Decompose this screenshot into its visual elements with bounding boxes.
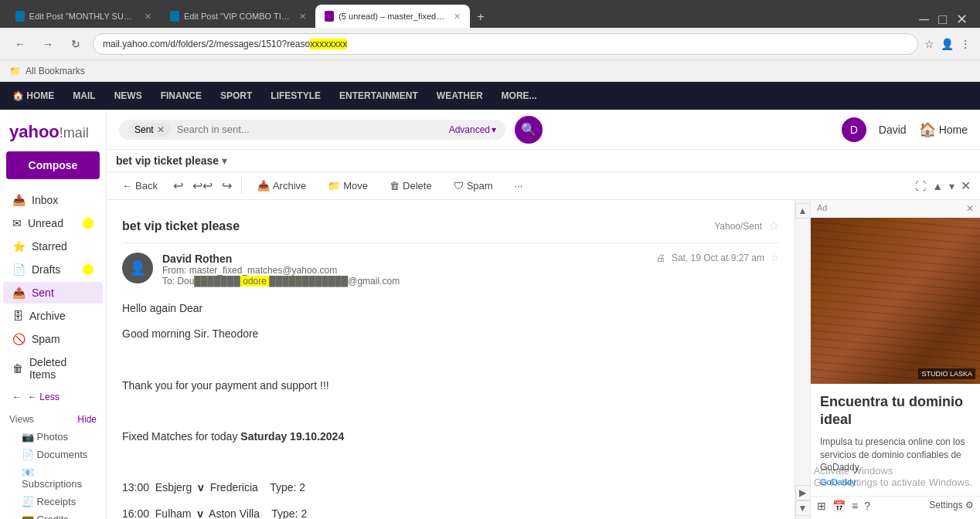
ad-calendar-icon[interactable]: 📅 [832,500,846,512]
sender-to: To: Dou███████ odore ████████████@gmail.… [162,276,647,287]
folder-chevron-icon[interactable]: ▾ [222,154,227,167]
refresh-button[interactable]: ↻ [65,33,87,55]
close-email-icon[interactable]: ✕ [961,178,971,193]
delete-icon: 🗑 [390,180,400,192]
spam-button[interactable]: 🛡 Spam [447,177,499,195]
ad-panel: Ad ✕ STUDIO LASKA Encuentra tu dominio i… [810,200,980,519]
move-button[interactable]: 📁 Move [322,177,374,195]
star-page-icon[interactable]: ☆ [924,38,934,50]
nav-more[interactable]: MORE... [502,90,537,101]
close-window-button[interactable]: ✕ [956,11,968,28]
ad-grid-icon[interactable]: ⊞ [817,500,826,512]
maximize-button[interactable]: □ [938,12,947,28]
reply-icon[interactable]: ↩ [173,178,183,193]
back-button[interactable]: ← [9,33,31,55]
sidebar-item-documents[interactable]: 📄 Documents [0,446,106,463]
spam-label: Spam [32,333,60,345]
print-icon[interactable]: 🖨 [656,253,665,263]
unread-label: Unread [28,217,63,229]
to-prefix: To: Dou [162,276,194,287]
back-button[interactable]: ← Back [116,177,164,195]
search-button[interactable]: 🔍 [515,116,543,144]
sidebar-item-inbox[interactable]: 📥 Inbox [3,189,103,211]
scroll-right-button[interactable]: ▶ [795,485,811,500]
minimize-button[interactable]: ─ [919,12,929,28]
forward-icon[interactable]: ↪ [222,178,232,193]
nav-weather[interactable]: WEATHER [437,90,483,101]
nav-finance[interactable]: FINANCE [161,90,202,101]
sidebar-item-drafts[interactable]: 📄 Drafts [3,259,103,280]
nav-mail[interactable]: MAIL [73,90,95,101]
ad-help-icon[interactable]: ? [864,500,870,512]
settings-link[interactable]: Settings ⚙ [929,500,974,512]
sidebar-item-receipts[interactable]: 🧾 Receipts [0,493,106,511]
sent-label: Sent [32,287,54,299]
sidebar-item-archive[interactable]: 🗄 Archive [3,305,103,327]
search-input[interactable] [177,124,443,135]
address-text: mail.yahoo.com/d/folders/2/messages/1510… [103,39,347,49]
views-section: Views Hide [0,408,106,428]
compose-button[interactable]: Compose [6,151,100,179]
sidebar-item-unread[interactable]: ✉ Unread [3,212,103,234]
tab-2[interactable]: Edit Post "VIP COMBO TICKET... ✕ [161,5,315,28]
views-label: Views [9,414,34,425]
new-tab-button[interactable]: + [470,6,492,28]
sidebar-item-credits[interactable]: 💳 Credits [0,511,106,519]
nav-down-icon[interactable]: ▾ [949,180,954,192]
remove-filter-button[interactable]: ✕ [157,124,165,135]
tab-3[interactable]: (5 unread) – master_fixed_mat... ✕ [315,5,470,28]
content-area: Sent ✕ Advanced ▾ 🔍 D David 🏠 Home [107,110,980,519]
spam-label: Spam [467,180,493,192]
forward-button[interactable]: → [37,33,59,55]
scroll-up-button[interactable]: ▲ [795,203,811,219]
sidebar-item-spam[interactable]: 🚫 Spam [3,328,103,350]
tab2-close-icon[interactable]: ✕ [299,12,306,22]
reply-all-icon[interactable]: ↩↩ [192,178,213,193]
tab-1[interactable]: Edit Post "MONTHLY SUBSCRI... ✕ [6,5,161,28]
email-star-icon[interactable]: ☆ [768,219,779,233]
sidebar-item-starred[interactable]: ⭐ Starred [3,236,103,257]
email-subject: bet vip ticket please [122,219,714,233]
sender-from: From: master_fixed_matches@yahoo.com [162,265,647,276]
nav-lifestyle[interactable]: LIFESTYLE [271,90,321,101]
ad-close-button[interactable]: ✕ [966,203,974,214]
nav-sport[interactable]: SPORT [220,90,252,101]
tab3-close-icon[interactable]: ✕ [454,12,461,22]
expand-icon[interactable]: ⛶ [915,180,926,192]
nav-home[interactable]: 🏠 HOME [12,90,54,101]
sidebar-item-subscriptions[interactable]: 📧 Subscriptions [0,463,106,493]
address-bar[interactable]: mail.yahoo.com/d/folders/2/messages/1510… [93,33,918,55]
toolbar-right: ⛶ ▲ ▾ ✕ [915,178,971,193]
nav-up-icon[interactable]: ▲ [932,180,943,192]
unread-badge [83,218,94,229]
sidebar-item-photos[interactable]: 📷 Photos [0,428,106,446]
scroll-area: ▲ ▶ ▼ [795,200,810,519]
ad-list-icon[interactable]: ≡ [852,500,858,512]
less-button[interactable]: ← ← Less [3,387,103,407]
scroll-down-button[interactable]: ▼ [795,500,811,516]
settings-icon[interactable]: ⋮ [960,38,971,50]
archive-label: Archive [29,310,66,322]
delete-label: Delete [403,180,432,192]
advanced-label: Advanced [449,124,490,135]
email-toolbar: ← Back ↩ ↩↩ ↪ 📥 Archive 📁 Move 🗑 Delete … [107,172,980,200]
archive-button[interactable]: 📥 Archive [251,177,312,195]
delete-button[interactable]: 🗑 Delete [383,177,438,195]
home-icon: 🏠 [919,121,936,138]
more-button[interactable]: ··· [509,177,529,195]
ad-subtext: Impulsa tu presencia online con los serv… [820,436,971,474]
hide-views-button[interactable]: Hide [77,414,97,425]
home-button[interactable]: 🏠 Home [919,121,968,138]
all-bookmarks-label[interactable]: All Bookmarks [26,66,85,76]
sidebar-item-deleted[interactable]: 🗑 Deleted Items [3,351,103,385]
advanced-search-button[interactable]: Advanced ▾ [449,124,496,135]
folder-title: bet vip ticket please [116,154,219,167]
tab1-close-icon[interactable]: ✕ [145,12,151,22]
browser-profile-icon[interactable]: 👤 [941,38,954,50]
ad-image: STUDIO LASKA [811,218,980,384]
nav-news[interactable]: NEWS [114,90,142,101]
starred-icon: ⭐ [12,240,26,253]
date-star-icon[interactable]: ☆ [771,253,779,263]
sidebar-item-sent[interactable]: 📤 Sent [3,282,103,304]
nav-entertainment[interactable]: ENTERTAINMENT [339,90,418,101]
